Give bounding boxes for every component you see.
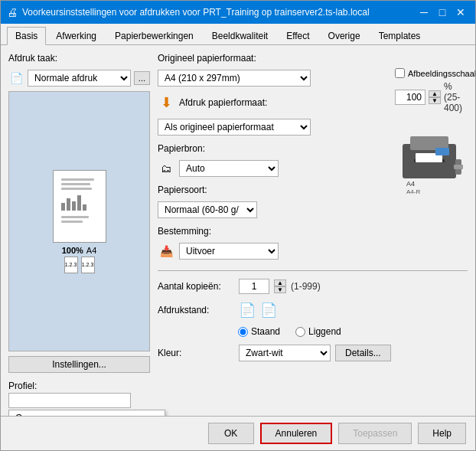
tab-templates[interactable]: Templates bbox=[370, 27, 429, 44]
divider-line-1 bbox=[158, 270, 468, 271]
copy-page-1-label: 1.2.3 bbox=[65, 262, 77, 267]
aantal-kopien-input[interactable]: 1 bbox=[239, 279, 269, 294]
cancel-button[interactable]: Annuleren bbox=[260, 423, 333, 444]
right-panel: Origineel papierformaat: A4 (210 x 297mm… bbox=[158, 53, 468, 408]
liggend-radio-label[interactable]: Liggend bbox=[295, 326, 341, 337]
printer-image-area: A4 A4-R bbox=[395, 121, 468, 194]
papierbron-icon: 🗂 bbox=[158, 160, 174, 177]
tab-papierbewerkingen[interactable]: Papierbewerkingen bbox=[106, 27, 202, 44]
afdruk-papierformaat-label: Afdruk papierformaat: bbox=[179, 97, 267, 108]
print-type-row: 📄 Normale afdruk ... bbox=[8, 70, 150, 87]
origineel-select[interactable]: A4 (210 x 297mm) bbox=[158, 70, 311, 87]
staand-radio-label[interactable]: Staand bbox=[238, 326, 280, 337]
tab-effect[interactable]: Effect bbox=[278, 27, 318, 44]
scale-spinners: ▲ ▼ bbox=[429, 90, 441, 104]
bestemming-select[interactable]: Uitvoer bbox=[179, 243, 279, 260]
preview-line-5 bbox=[61, 221, 83, 223]
close-button[interactable]: ✕ bbox=[452, 5, 469, 19]
chart-bar-1 bbox=[61, 203, 65, 211]
print-type-icon: 📄 bbox=[8, 70, 24, 87]
scale-up-button[interactable]: ▲ bbox=[429, 90, 441, 97]
orientation-row: Staand Liggend bbox=[158, 326, 468, 337]
papierbron-select[interactable]: Auto bbox=[179, 160, 279, 177]
right-top-right: Afbeeldingsschaal 100 ▲ ▼ %(25-400) bbox=[395, 53, 468, 263]
profiel-dropdown-menu: Geen Dubbelzijdig & nieten Dubbelzijdig,… bbox=[8, 410, 165, 416]
liggend-radio[interactable] bbox=[295, 327, 305, 337]
print-type-extra-button[interactable]: ... bbox=[134, 71, 150, 85]
kopien-down-button[interactable]: ▼ bbox=[274, 286, 286, 293]
afdruk-papierformaat-select[interactable]: Als origineel papierformaat bbox=[158, 119, 311, 136]
tab-bar: Basis Afwerking Papierbewerkingen Beeldk… bbox=[1, 24, 475, 45]
papiersoort-row: Normaal (60-80 g/ bbox=[158, 201, 389, 218]
chart-bar-2 bbox=[67, 198, 70, 211]
chart-bar-3 bbox=[72, 201, 76, 211]
staand-radio[interactable] bbox=[238, 327, 248, 337]
bottom-bar: OK Annuleren Toepassen Help bbox=[1, 416, 475, 450]
preview-lines bbox=[57, 174, 103, 227]
kleur-row: Kleur: Zwart-wit Details... bbox=[158, 345, 468, 361]
apply-button[interactable]: Toepassen bbox=[338, 423, 412, 444]
preview-box: 100% A4 1.2.3 1.2.3 bbox=[8, 91, 150, 351]
printer-svg: A4 A4-R bbox=[399, 121, 464, 194]
afbeeldingsschaal-row: Afbeeldingsschaal bbox=[395, 68, 468, 78]
window-title: Voorkeursinststellingen voor afdrukken v… bbox=[22, 7, 370, 18]
minimize-button[interactable]: ─ bbox=[416, 5, 432, 19]
ok-button[interactable]: OK bbox=[208, 423, 254, 444]
preview-percent: 100% bbox=[62, 246, 83, 255]
preview-copies-row: 1.2.3 1.2.3 bbox=[64, 257, 95, 273]
copy-stack-1: 1.2.3 bbox=[64, 257, 78, 273]
papiersoort-label: Papiersoort: bbox=[158, 185, 389, 195]
printer-panel bbox=[435, 148, 449, 155]
orange-arrow-icon: ⬇ bbox=[158, 94, 174, 111]
kopien-spinners: ▲ ▼ bbox=[274, 279, 286, 293]
tab-beeldkwaliteit[interactable]: Beeldkwaliteit bbox=[204, 27, 276, 44]
printer-title-icon: 🖨 bbox=[7, 6, 18, 18]
scale-range: %(25-400) bbox=[444, 81, 468, 113]
profiel-section: Profiel: Geen Dubbelzijdig & nieten Dubb… bbox=[8, 381, 150, 408]
main-window: 🖨 Voorkeursinststellingen voor afdrukken… bbox=[0, 0, 476, 451]
printer-a4-label: A4 bbox=[406, 180, 415, 188]
right-top: Origineel papierformaat: A4 (210 x 297mm… bbox=[158, 53, 468, 263]
title-bar-left: 🖨 Voorkeursinststellingen voor afdrukken… bbox=[7, 6, 370, 18]
profiel-select[interactable] bbox=[8, 393, 131, 408]
maximize-button[interactable]: □ bbox=[434, 5, 451, 19]
preview-line-1 bbox=[61, 178, 94, 181]
chart-bar-5 bbox=[83, 204, 86, 211]
tab-afwerking[interactable]: Afwerking bbox=[47, 27, 105, 44]
settings-button[interactable]: Instellingen... bbox=[8, 356, 150, 373]
preview-label-row: 100% A4 bbox=[62, 246, 97, 255]
bestemming-icon: 📥 bbox=[158, 243, 174, 260]
tab-basis[interactable]: Basis bbox=[7, 27, 46, 45]
right-top-left: Origineel papierformaat: A4 (210 x 297mm… bbox=[158, 53, 389, 263]
kleur-select[interactable]: Zwart-wit bbox=[239, 345, 331, 361]
afdruk-taak-label: Afdruk taak: bbox=[8, 53, 150, 64]
preview-chart bbox=[61, 195, 98, 211]
preview-line-2 bbox=[61, 183, 90, 185]
tab-overige[interactable]: Overige bbox=[320, 27, 369, 44]
profiel-dropdown-wrapper: Geen Dubbelzijdig & nieten Dubbelzijdig,… bbox=[8, 393, 131, 408]
details-button[interactable]: Details... bbox=[335, 345, 391, 361]
afbeeldingsschaal-checkbox[interactable] bbox=[395, 68, 405, 78]
origineel-row: A4 (210 x 297mm) bbox=[158, 70, 389, 87]
copy-page-1: 1.2.3 bbox=[64, 257, 78, 273]
aantal-kopien-label: Aantal kopieën: bbox=[158, 281, 234, 292]
preview-line-4 bbox=[61, 216, 89, 218]
afdrukstand-icon-1: 📄 bbox=[239, 302, 256, 319]
bestemming-row: 📥 Uitvoer bbox=[158, 243, 389, 260]
afdrukstand-icon-2: 📄 bbox=[260, 302, 277, 319]
profiel-option-geen[interactable]: Geen bbox=[9, 410, 165, 416]
afdruk-papierformaat-label-row: ⬇ Afdruk papierformaat: bbox=[158, 94, 389, 111]
scale-down-button[interactable]: ▼ bbox=[429, 97, 441, 104]
scale-input[interactable]: 100 bbox=[395, 90, 425, 105]
title-controls: ─ □ ✕ bbox=[416, 5, 469, 19]
copy-stack-2: 1.2.3 bbox=[81, 257, 95, 273]
print-type-select[interactable]: Normale afdruk bbox=[28, 70, 131, 87]
help-button[interactable]: Help bbox=[418, 423, 466, 444]
scale-row: 100 ▲ ▼ %(25-400) bbox=[395, 81, 468, 113]
papiersoort-select[interactable]: Normaal (60-80 g/ bbox=[158, 201, 257, 218]
kopien-up-button[interactable]: ▲ bbox=[274, 279, 286, 286]
printer-a4r-label: A4-R bbox=[406, 188, 420, 194]
preview-content bbox=[54, 171, 106, 242]
title-bar: 🖨 Voorkeursinststellingen voor afdrukken… bbox=[1, 1, 475, 24]
afbeeldingsschaal-label: Afbeeldingsschaal bbox=[408, 69, 475, 78]
